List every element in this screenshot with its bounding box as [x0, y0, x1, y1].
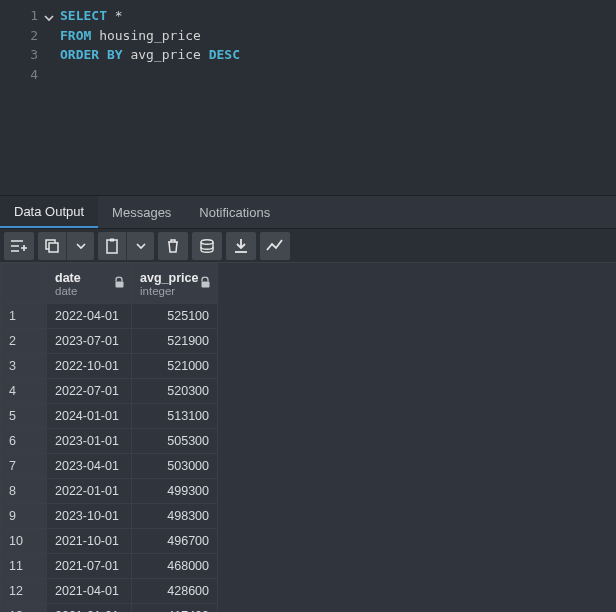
save-data-button[interactable] [192, 232, 222, 260]
cell-date[interactable]: 2021-01-01 [47, 604, 132, 613]
table-row[interactable]: 112021-07-01468000 [1, 554, 218, 579]
table-row[interactable]: 32022-10-01521000 [1, 354, 218, 379]
row-number[interactable]: 8 [1, 479, 47, 504]
cell-date[interactable]: 2021-10-01 [47, 529, 132, 554]
cell-date[interactable]: 2023-07-01 [47, 329, 132, 354]
table-row[interactable]: 132021-01-01417400 [1, 604, 218, 613]
fold-icon[interactable] [44, 9, 54, 29]
lock-icon [114, 276, 125, 291]
cell-date[interactable]: 2024-01-01 [47, 404, 132, 429]
add-row-icon [10, 238, 28, 254]
row-number[interactable]: 2 [1, 329, 47, 354]
cell-date[interactable]: 2022-04-01 [47, 304, 132, 329]
column-type: date [55, 285, 123, 297]
paste-button[interactable] [98, 232, 154, 260]
row-number[interactable]: 6 [1, 429, 47, 454]
table-row[interactable]: 82022-01-01499300 [1, 479, 218, 504]
column-type: integer [140, 285, 209, 297]
column-header-avg_price[interactable]: avg_price integer [132, 264, 218, 304]
row-number[interactable]: 1 [1, 304, 47, 329]
tab-messages[interactable]: Messages [98, 196, 185, 228]
column-header-date[interactable]: date date [47, 264, 132, 304]
editor-code[interactable]: SELECT *FROM housing_priceORDER BY avg_p… [42, 0, 240, 195]
cell-date[interactable]: 2023-10-01 [47, 504, 132, 529]
cell-avg_price[interactable]: 520300 [132, 379, 218, 404]
row-number[interactable]: 3 [1, 354, 47, 379]
gutter-line: 2 [0, 26, 42, 46]
svg-rect-5 [116, 281, 124, 287]
copy-button[interactable] [38, 232, 94, 260]
cell-avg_price[interactable]: 496700 [132, 529, 218, 554]
cell-date[interactable]: 2023-01-01 [47, 429, 132, 454]
table-row[interactable]: 92023-10-01498300 [1, 504, 218, 529]
lock-icon [200, 276, 211, 291]
table-row[interactable]: 22023-07-01521900 [1, 329, 218, 354]
save-data-icon [199, 238, 215, 254]
cell-avg_price[interactable]: 521900 [132, 329, 218, 354]
code-line[interactable]: SELECT * [60, 6, 240, 26]
row-number[interactable]: 5 [1, 404, 47, 429]
trash-icon [166, 238, 180, 254]
cell-avg_price[interactable]: 525100 [132, 304, 218, 329]
download-button[interactable] [226, 232, 256, 260]
table-row[interactable]: 12022-04-01525100 [1, 304, 218, 329]
rownum-header[interactable] [1, 264, 47, 304]
copy-dropdown[interactable] [66, 232, 94, 260]
column-name: avg_price [140, 271, 198, 285]
cell-avg_price[interactable]: 498300 [132, 504, 218, 529]
tab-notifications[interactable]: Notifications [185, 196, 284, 228]
chevron-down-icon [136, 241, 146, 251]
paste-icon [105, 238, 119, 254]
svg-rect-6 [202, 281, 210, 287]
cell-avg_price[interactable]: 499300 [132, 479, 218, 504]
results-toolbar [0, 229, 616, 263]
code-line[interactable] [60, 65, 240, 85]
cell-date[interactable]: 2023-04-01 [47, 454, 132, 479]
data-grid[interactable]: date date avg_price integer 12022-04-015… [0, 263, 616, 612]
editor-gutter: 1234 [0, 0, 42, 195]
table-row[interactable]: 42022-07-01520300 [1, 379, 218, 404]
results-table[interactable]: date date avg_price integer 12022-04-015… [0, 263, 218, 612]
cell-avg_price[interactable]: 521000 [132, 354, 218, 379]
table-row[interactable]: 72023-04-01503000 [1, 454, 218, 479]
svg-rect-2 [107, 240, 117, 253]
row-number[interactable]: 4 [1, 379, 47, 404]
cell-date[interactable]: 2021-04-01 [47, 579, 132, 604]
table-row[interactable]: 102021-10-01496700 [1, 529, 218, 554]
table-row[interactable]: 62023-01-01505300 [1, 429, 218, 454]
cell-date[interactable]: 2022-10-01 [47, 354, 132, 379]
cell-avg_price[interactable]: 503000 [132, 454, 218, 479]
table-row[interactable]: 52024-01-01513100 [1, 404, 218, 429]
column-name: date [55, 271, 81, 285]
gutter-line: 1 [0, 6, 42, 26]
tab-data-output[interactable]: Data Output [0, 196, 98, 228]
download-icon [234, 238, 248, 254]
chart-icon [266, 239, 284, 253]
cell-avg_price[interactable]: 468000 [132, 554, 218, 579]
cell-avg_price[interactable]: 417400 [132, 604, 218, 613]
cell-avg_price[interactable]: 428600 [132, 579, 218, 604]
cell-date[interactable]: 2022-07-01 [47, 379, 132, 404]
cell-avg_price[interactable]: 505300 [132, 429, 218, 454]
table-row[interactable]: 122021-04-01428600 [1, 579, 218, 604]
row-number[interactable]: 13 [1, 604, 47, 613]
svg-rect-3 [110, 238, 114, 241]
code-line[interactable]: ORDER BY avg_price DESC [60, 45, 240, 65]
row-number[interactable]: 12 [1, 579, 47, 604]
delete-button[interactable] [158, 232, 188, 260]
row-number[interactable]: 10 [1, 529, 47, 554]
row-number[interactable]: 9 [1, 504, 47, 529]
cell-date[interactable]: 2022-01-01 [47, 479, 132, 504]
gutter-line: 3 [0, 45, 42, 65]
copy-icon [45, 239, 59, 253]
chart-button[interactable] [260, 232, 290, 260]
row-number[interactable]: 7 [1, 454, 47, 479]
sql-editor[interactable]: 1234 SELECT *FROM housing_priceORDER BY … [0, 0, 616, 195]
code-line[interactable]: FROM housing_price [60, 26, 240, 46]
row-number[interactable]: 11 [1, 554, 47, 579]
paste-dropdown[interactable] [126, 232, 154, 260]
cell-avg_price[interactable]: 513100 [132, 404, 218, 429]
cell-date[interactable]: 2021-07-01 [47, 554, 132, 579]
svg-rect-1 [49, 243, 58, 252]
add-row-button[interactable] [4, 232, 34, 260]
